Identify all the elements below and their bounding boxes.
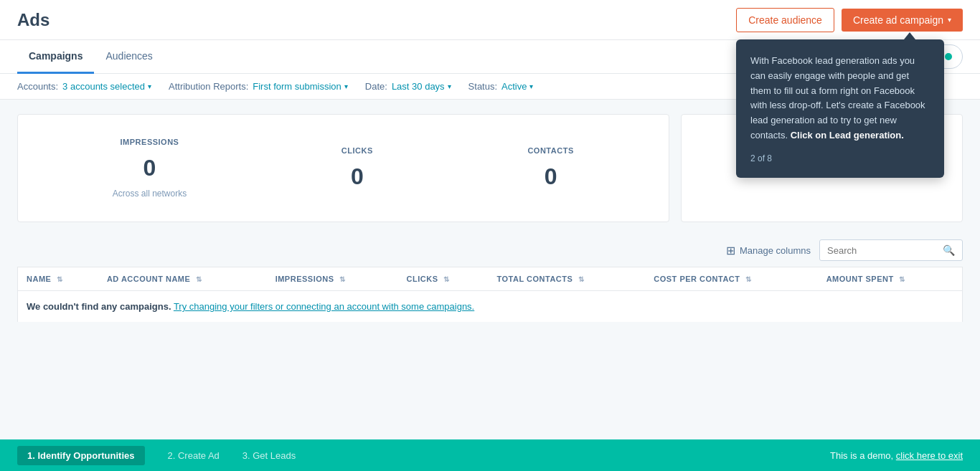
search-box: 🔍: [819, 239, 963, 261]
tooltip-text: With Facebook lead generation ads you ca…: [750, 54, 930, 143]
campaigns-table: NAME ⇅ AD ACCOUNT NAME ⇅ IMPRESSIONS ⇅ C…: [17, 267, 963, 323]
sort-icon: ⇅: [745, 275, 752, 283]
columns-icon: ⊞: [726, 244, 735, 257]
contacts-label: CONTACTS: [527, 146, 573, 155]
status-label: Status:: [468, 81, 497, 92]
sort-icon: ⇅: [196, 275, 202, 283]
stat-contacts: CONTACTS 0: [527, 146, 573, 190]
col-clicks[interactable]: CLICKS ⇅: [398, 267, 489, 291]
manage-columns-button[interactable]: ⊞ Manage columns: [726, 244, 811, 257]
attribution-dropdown[interactable]: First form submission ▾: [253, 81, 348, 92]
stat-impressions: IMPRESSIONS 0 Across all networks: [113, 138, 187, 199]
sort-icon: ⇅: [899, 275, 905, 283]
col-name[interactable]: NAME ⇅: [18, 267, 98, 291]
chevron-down-icon: ▾: [344, 82, 348, 90]
impressions-label: IMPRESSIONS: [113, 138, 187, 146]
tab-audiences[interactable]: Audiences: [94, 40, 164, 74]
empty-suggestion-link[interactable]: Try changing your filters or connecting …: [174, 301, 474, 312]
filter-accounts: Accounts: 3 accounts selected ▾: [17, 81, 151, 92]
stats-inner: IMPRESSIONS 0 Across all networks CLICKS…: [35, 138, 651, 199]
col-impressions[interactable]: IMPRESSIONS ⇅: [267, 267, 398, 291]
sort-icon: ⇅: [443, 275, 450, 283]
chevron-down-icon: ▾: [448, 82, 451, 90]
create-campaign-button[interactable]: Create ad campaign ▾: [842, 9, 963, 32]
table-header-row: NAME ⇅ AD ACCOUNT NAME ⇅ IMPRESSIONS ⇅ C…: [18, 267, 963, 291]
contacts-value: 0: [527, 163, 573, 190]
header-buttons: Create audience Create ad campaign ▾: [736, 8, 963, 32]
col-cost-per-contact[interactable]: COST PER CONTACT ⇅: [645, 267, 817, 291]
tooltip-step: 2 of 8: [750, 153, 930, 163]
across-networks: Across all networks: [113, 189, 187, 199]
table-body: We couldn't find any campaigns. Try chan…: [18, 291, 963, 323]
search-icon: 🔍: [943, 244, 955, 256]
clicks-label: CLICKS: [341, 146, 373, 155]
filter-attribution: Attribution Reports: First form submissi…: [169, 81, 348, 92]
date-dropdown[interactable]: Last 30 days ▾: [392, 81, 451, 92]
page-title: Ads: [17, 10, 50, 30]
accounts-dropdown[interactable]: 3 accounts selected ▾: [62, 81, 151, 92]
col-amount-spent[interactable]: AMOUNT SPENT ⇅: [818, 267, 963, 291]
tab-campaigns[interactable]: Campaigns: [17, 40, 94, 74]
table-head: NAME ⇅ AD ACCOUNT NAME ⇅ IMPRESSIONS ⇅ C…: [18, 267, 963, 291]
attribution-label: Attribution Reports:: [169, 81, 248, 92]
sort-icon: ⇅: [578, 275, 585, 283]
create-campaign-label: Create ad campaign: [853, 14, 943, 26]
accounts-label: Accounts:: [17, 81, 58, 92]
stat-clicks: CLICKS 0: [341, 146, 373, 190]
chevron-down-icon: ▾: [948, 16, 951, 24]
search-input[interactable]: [827, 245, 938, 256]
active-dot: [945, 53, 952, 60]
impressions-value: 0: [113, 155, 187, 181]
col-ad-account-name[interactable]: AD ACCOUNT NAME ⇅: [98, 267, 267, 291]
empty-state: We couldn't find any campaigns. Try chan…: [18, 291, 963, 323]
table-header: ⊞ Manage columns 🔍: [17, 239, 963, 261]
col-total-contacts[interactable]: TOTAL CONTACTS ⇅: [489, 267, 646, 291]
date-label: Date:: [365, 81, 387, 92]
tooltip-body: With Facebook lead generation ads you ca…: [750, 55, 925, 141]
table-row: We couldn't find any campaigns. Try chan…: [18, 291, 963, 323]
chevron-down-icon: ▾: [529, 82, 533, 90]
filter-date: Date: Last 30 days ▾: [365, 81, 451, 92]
sort-icon: ⇅: [57, 275, 63, 283]
tooltip-cta: Click on Lead generation.: [791, 130, 904, 141]
top-bar: Ads Create audience Create ad campaign ▾: [0, 0, 980, 40]
tooltip-popover: With Facebook lead generation ads you ca…: [736, 39, 944, 178]
status-dropdown[interactable]: Active ▾: [501, 81, 533, 92]
chevron-down-icon: ▾: [148, 82, 151, 90]
stats-card-main: IMPRESSIONS 0 Across all networks CLICKS…: [17, 114, 669, 222]
clicks-value: 0: [341, 163, 373, 190]
create-audience-button[interactable]: Create audience: [736, 8, 834, 32]
filter-status: Status: Active ▾: [468, 81, 534, 92]
sort-icon: ⇅: [339, 275, 346, 283]
